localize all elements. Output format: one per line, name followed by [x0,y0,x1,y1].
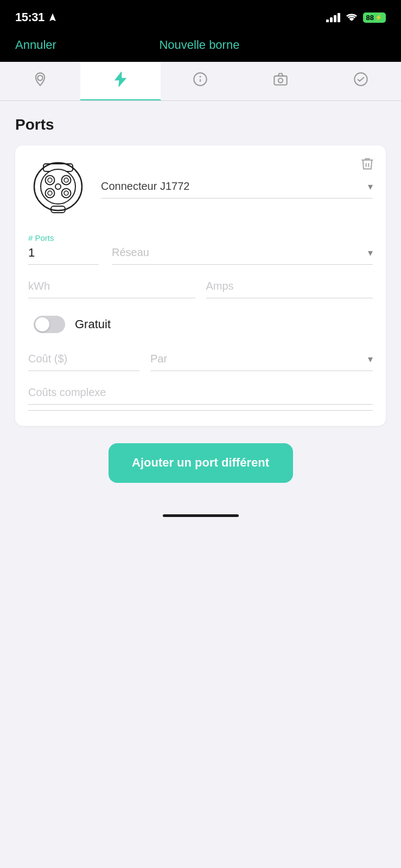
kwh-amps-row: kWh Amps [28,280,373,298]
par-chevron-icon: ▾ [368,353,373,365]
wifi-icon [346,12,358,23]
signal-icon [326,13,340,22]
free-toggle-row: Gratuit [28,316,373,333]
tab-power[interactable] [80,62,161,100]
status-bar: 15:31 88 [0,0,401,33]
ports-label: # Ports [28,233,99,242]
svg-point-14 [46,189,55,198]
connector-dropdown[interactable]: Connecteur J1772 ▾ [101,180,373,199]
network-value: Réseau [112,246,149,259]
status-right: 88 [326,12,386,23]
tab-info[interactable] [161,62,241,100]
tab-bar [0,62,401,101]
check-tab-icon [353,72,368,91]
delete-button[interactable] [360,156,375,174]
page-title: Nouvelle borne [159,38,239,52]
amps-input[interactable]: Amps [206,280,373,298]
location-tab-icon [33,72,48,91]
section-title: Ports [15,116,386,133]
svg-point-0 [37,75,42,80]
connector-chevron-icon: ▾ [368,181,373,193]
home-indicator [0,505,401,522]
nav-header: Annuler Nouvelle borne [0,33,401,62]
port-card: Connecteur J1772 ▾ # Ports 1 Réseau ▾ kW… [15,145,386,426]
power-tab-icon [113,72,128,91]
network-dropdown[interactable]: Réseau ▾ [112,246,373,265]
kwh-input[interactable]: kWh [28,280,195,298]
add-port-button[interactable]: Ajouter un port différent [109,443,293,483]
kwh-placeholder: kWh [28,280,195,298]
battery-indicator: 88 [363,12,386,23]
location-arrow-icon [48,12,58,22]
ports-network-row: # Ports 1 Réseau ▾ [28,233,373,265]
network-chevron-icon: ▾ [368,247,373,259]
photo-tab-icon [273,72,288,91]
main-content: Ports [0,101,401,505]
free-toggle[interactable] [34,316,65,333]
cost-input[interactable]: Coût ($) [28,353,139,371]
status-time: 15:31 [15,10,58,24]
complex-cost-placeholder: Coûts complexe [28,386,373,405]
connector-value: Connecteur J1772 [101,180,189,193]
svg-point-5 [278,78,283,82]
connector-icon [28,158,88,220]
tab-check[interactable] [321,62,401,100]
free-toggle-label: Gratuit [75,317,111,331]
svg-rect-4 [275,76,287,85]
svg-point-16 [62,189,71,198]
complex-cost-field[interactable]: Coûts complexe [28,386,373,411]
toggle-knob [35,317,49,331]
cancel-button[interactable]: Annuler [15,38,56,52]
ports-value[interactable]: 1 [28,246,99,265]
svg-point-10 [46,176,55,185]
svg-point-12 [62,176,71,185]
connector-row: Connecteur J1772 ▾ [28,158,373,220]
cost-placeholder: Coût ($) [28,353,139,371]
amps-placeholder: Amps [206,280,373,298]
par-value: Par [150,353,167,365]
par-dropdown[interactable]: Par ▾ [150,353,373,371]
info-tab-icon [193,72,208,91]
ports-field: # Ports 1 [28,233,99,265]
svg-point-6 [354,73,367,85]
tab-location[interactable] [0,62,80,100]
tab-photo[interactable] [240,62,321,100]
cost-par-row: Coût ($) Par ▾ [28,353,373,371]
svg-point-18 [55,184,61,189]
home-indicator-bar [163,514,239,517]
